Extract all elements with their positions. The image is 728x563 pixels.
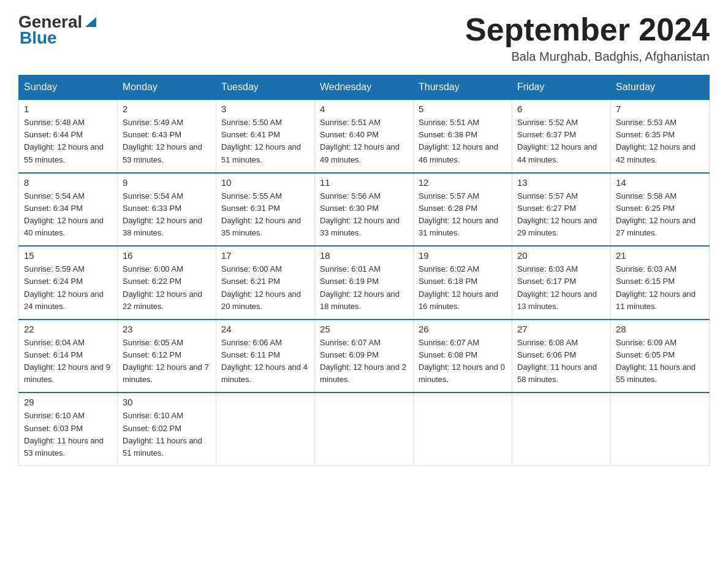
day-number: 26 xyxy=(419,324,507,334)
col-header-monday: Monday xyxy=(118,75,216,100)
day-info: Sunrise: 6:01 AMSunset: 6:19 PMDaylight:… xyxy=(320,263,408,313)
calendar-cell: 23 Sunrise: 6:05 AMSunset: 6:12 PMDaylig… xyxy=(118,320,216,393)
col-header-thursday: Thursday xyxy=(414,75,512,100)
calendar-cell: 13 Sunrise: 5:57 AMSunset: 6:27 PMDaylig… xyxy=(512,173,611,247)
calendar-cell: 27 Sunrise: 6:08 AMSunset: 6:06 PMDaylig… xyxy=(512,320,611,393)
day-info: Sunrise: 5:51 AMSunset: 6:38 PMDaylight:… xyxy=(419,117,507,166)
calendar-cell: 29 Sunrise: 6:10 AMSunset: 6:03 PMDaylig… xyxy=(19,393,118,465)
day-number: 28 xyxy=(616,324,704,334)
day-number: 9 xyxy=(123,177,211,188)
day-info: Sunrise: 5:58 AMSunset: 6:25 PMDaylight:… xyxy=(616,190,704,240)
day-info: Sunrise: 5:53 AMSunset: 6:35 PMDaylight:… xyxy=(616,117,704,166)
calendar-cell xyxy=(315,393,414,465)
calendar-table: SundayMondayTuesdayWednesdayThursdayFrid… xyxy=(18,75,710,466)
month-title: September 2024 xyxy=(465,12,710,47)
day-info: Sunrise: 6:07 AMSunset: 6:09 PMDaylight:… xyxy=(320,337,408,386)
calendar-cell: 11 Sunrise: 5:56 AMSunset: 6:30 PMDaylig… xyxy=(315,173,414,247)
day-info: Sunrise: 5:52 AMSunset: 6:37 PMDaylight:… xyxy=(517,117,605,166)
day-number: 19 xyxy=(419,250,507,261)
calendar-row: 22 Sunrise: 6:04 AMSunset: 6:14 PMDaylig… xyxy=(19,320,710,393)
calendar-cell: 28 Sunrise: 6:09 AMSunset: 6:05 PMDaylig… xyxy=(611,320,710,393)
calendar-cell: 16 Sunrise: 6:00 AMSunset: 6:22 PMDaylig… xyxy=(118,246,216,320)
calendar-cell: 9 Sunrise: 5:54 AMSunset: 6:33 PMDayligh… xyxy=(118,173,216,247)
calendar-cell: 30 Sunrise: 6:10 AMSunset: 6:02 PMDaylig… xyxy=(118,393,216,465)
day-number: 15 xyxy=(24,250,112,261)
calendar-cell: 6 Sunrise: 5:52 AMSunset: 6:37 PMDayligh… xyxy=(512,99,611,173)
day-number: 5 xyxy=(419,104,507,114)
day-number: 3 xyxy=(221,104,309,114)
day-info: Sunrise: 6:10 AMSunset: 6:02 PMDaylight:… xyxy=(123,410,211,459)
day-info: Sunrise: 5:48 AMSunset: 6:44 PMDaylight:… xyxy=(24,117,112,166)
day-number: 29 xyxy=(24,397,112,407)
calendar-cell: 25 Sunrise: 6:07 AMSunset: 6:09 PMDaylig… xyxy=(315,320,414,393)
day-info: Sunrise: 6:09 AMSunset: 6:05 PMDaylight:… xyxy=(616,337,704,386)
calendar-cell: 22 Sunrise: 6:04 AMSunset: 6:14 PMDaylig… xyxy=(19,320,118,393)
calendar-cell: 5 Sunrise: 5:51 AMSunset: 6:38 PMDayligh… xyxy=(414,99,512,173)
calendar-cell xyxy=(216,393,315,465)
day-info: Sunrise: 5:54 AMSunset: 6:34 PMDaylight:… xyxy=(24,190,112,240)
day-info: Sunrise: 5:51 AMSunset: 6:40 PMDaylight:… xyxy=(320,117,408,166)
logo: General Blue xyxy=(18,12,97,48)
day-number: 7 xyxy=(616,104,704,114)
calendar-row: 8 Sunrise: 5:54 AMSunset: 6:34 PMDayligh… xyxy=(19,173,710,247)
day-number: 17 xyxy=(221,250,309,261)
col-header-friday: Friday xyxy=(512,75,611,100)
day-info: Sunrise: 6:00 AMSunset: 6:22 PMDaylight:… xyxy=(123,263,211,313)
col-header-saturday: Saturday xyxy=(611,75,710,100)
page-header: General Blue September 2024 Bala Murghab… xyxy=(18,12,710,64)
calendar-cell: 17 Sunrise: 6:00 AMSunset: 6:21 PMDaylig… xyxy=(216,246,315,320)
day-info: Sunrise: 6:07 AMSunset: 6:08 PMDaylight:… xyxy=(419,337,507,386)
day-number: 22 xyxy=(24,324,112,334)
title-block: September 2024 Bala Murghab, Badghis, Af… xyxy=(465,12,710,64)
day-info: Sunrise: 6:02 AMSunset: 6:18 PMDaylight:… xyxy=(419,263,507,313)
svg-marker-0 xyxy=(85,17,96,27)
day-info: Sunrise: 6:10 AMSunset: 6:03 PMDaylight:… xyxy=(24,410,112,459)
day-number: 13 xyxy=(517,177,605,188)
calendar-cell: 1 Sunrise: 5:48 AMSunset: 6:44 PMDayligh… xyxy=(19,99,118,173)
day-number: 23 xyxy=(123,324,211,334)
day-info: Sunrise: 6:08 AMSunset: 6:06 PMDaylight:… xyxy=(517,337,605,386)
day-info: Sunrise: 6:03 AMSunset: 6:17 PMDaylight:… xyxy=(517,263,605,313)
day-number: 1 xyxy=(24,104,112,114)
day-number: 27 xyxy=(517,324,605,334)
day-number: 12 xyxy=(419,177,507,188)
calendar-cell: 10 Sunrise: 5:55 AMSunset: 6:31 PMDaylig… xyxy=(216,173,315,247)
day-number: 20 xyxy=(517,250,605,261)
day-info: Sunrise: 6:00 AMSunset: 6:21 PMDaylight:… xyxy=(221,263,309,313)
calendar-cell xyxy=(512,393,611,465)
day-number: 30 xyxy=(123,397,211,407)
calendar-cell xyxy=(414,393,512,465)
calendar-cell: 14 Sunrise: 5:58 AMSunset: 6:25 PMDaylig… xyxy=(611,173,710,247)
day-number: 6 xyxy=(517,104,605,114)
calendar-cell xyxy=(611,393,710,465)
day-number: 25 xyxy=(320,324,408,334)
day-info: Sunrise: 5:55 AMSunset: 6:31 PMDaylight:… xyxy=(221,190,309,240)
day-info: Sunrise: 6:03 AMSunset: 6:15 PMDaylight:… xyxy=(616,263,704,313)
calendar-cell: 24 Sunrise: 6:06 AMSunset: 6:11 PMDaylig… xyxy=(216,320,315,393)
day-info: Sunrise: 5:57 AMSunset: 6:27 PMDaylight:… xyxy=(517,190,605,240)
day-number: 8 xyxy=(24,177,112,188)
logo-triangle-icon xyxy=(84,15,97,28)
location: Bala Murghab, Badghis, Afghanistan xyxy=(465,50,710,64)
day-info: Sunrise: 5:57 AMSunset: 6:28 PMDaylight:… xyxy=(419,190,507,240)
day-info: Sunrise: 6:05 AMSunset: 6:12 PMDaylight:… xyxy=(123,337,211,386)
day-info: Sunrise: 5:54 AMSunset: 6:33 PMDaylight:… xyxy=(123,190,211,240)
calendar-cell: 18 Sunrise: 6:01 AMSunset: 6:19 PMDaylig… xyxy=(315,246,414,320)
day-number: 14 xyxy=(616,177,704,188)
calendar-cell: 8 Sunrise: 5:54 AMSunset: 6:34 PMDayligh… xyxy=(19,173,118,247)
calendar-header-row: SundayMondayTuesdayWednesdayThursdayFrid… xyxy=(19,75,710,100)
col-header-tuesday: Tuesday xyxy=(216,75,315,100)
col-header-wednesday: Wednesday xyxy=(315,75,414,100)
calendar-cell: 7 Sunrise: 5:53 AMSunset: 6:35 PMDayligh… xyxy=(611,99,710,173)
day-number: 4 xyxy=(320,104,408,114)
calendar-cell: 3 Sunrise: 5:50 AMSunset: 6:41 PMDayligh… xyxy=(216,99,315,173)
day-number: 16 xyxy=(123,250,211,261)
day-number: 21 xyxy=(616,250,704,261)
calendar-row: 15 Sunrise: 5:59 AMSunset: 6:24 PMDaylig… xyxy=(19,246,710,320)
day-info: Sunrise: 6:04 AMSunset: 6:14 PMDaylight:… xyxy=(24,337,112,386)
calendar-row: 1 Sunrise: 5:48 AMSunset: 6:44 PMDayligh… xyxy=(19,99,710,173)
day-number: 11 xyxy=(320,177,408,188)
calendar-cell: 12 Sunrise: 5:57 AMSunset: 6:28 PMDaylig… xyxy=(414,173,512,247)
day-number: 2 xyxy=(123,104,211,114)
calendar-cell: 15 Sunrise: 5:59 AMSunset: 6:24 PMDaylig… xyxy=(19,246,118,320)
